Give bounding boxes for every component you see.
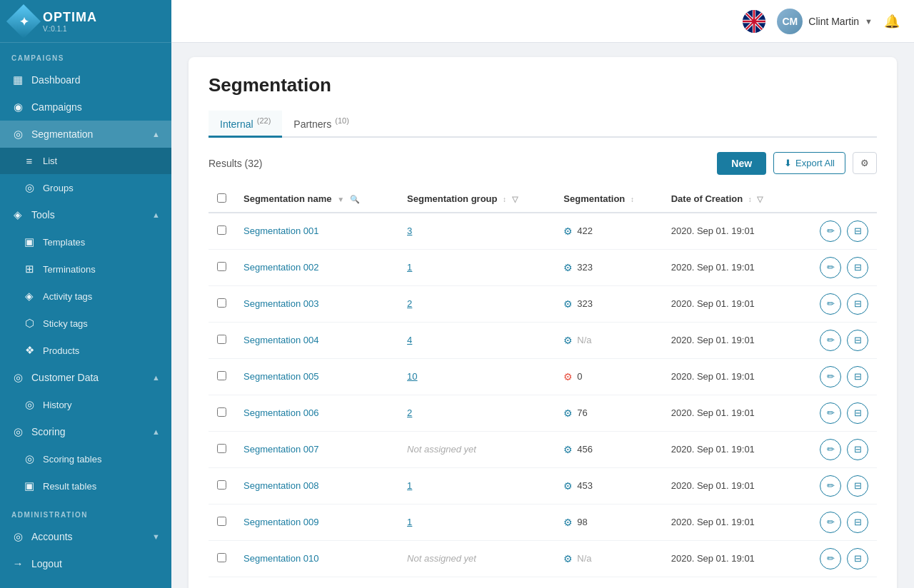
sidebar-label-segmentation: Segmentation — [31, 128, 93, 140]
sidebar-item-logout[interactable]: → Logout — [0, 550, 171, 577]
group-number-3[interactable]: 2 — [407, 298, 412, 309]
group-number-6[interactable]: 2 — [407, 407, 412, 418]
group-number-1[interactable]: 3 — [407, 225, 412, 236]
value-6: 76 — [577, 407, 587, 418]
notification-bell-icon[interactable]: 🔔 — [884, 14, 900, 29]
row-checkbox-9[interactable] — [217, 517, 226, 526]
row-actions-8: ✏ ⊟ — [796, 467, 877, 504]
group-number-9[interactable]: 1 — [407, 517, 412, 527]
export-button[interactable]: ⬇ Export All — [773, 152, 845, 174]
delete-button-3[interactable]: ⊟ — [847, 293, 868, 315]
seg-value-8: ⚙ 453 — [563, 480, 653, 492]
delete-button-5[interactable]: ⊟ — [847, 366, 868, 387]
segmentation-link-1[interactable]: Segmentation 001 — [243, 225, 319, 236]
delete-button-4[interactable]: ⊟ — [847, 330, 868, 351]
delete-button-7[interactable]: ⊟ — [847, 439, 868, 460]
sidebar-item-accounts[interactable]: ◎ Accounts ▼ — [0, 523, 171, 550]
result-tables-icon: ▣ — [23, 480, 36, 492]
sidebar-label-sticky-tags: Sticky tags — [43, 318, 88, 329]
row-checkbox-5[interactable] — [217, 371, 226, 380]
page-title: Segmentation — [209, 74, 877, 96]
edit-button-5[interactable]: ✏ — [820, 366, 841, 387]
row-date-6: 2020. Sep 01. 19:01 — [663, 395, 796, 431]
delete-button-2[interactable]: ⊟ — [847, 257, 868, 278]
edit-button-10[interactable]: ✏ — [820, 548, 841, 569]
sidebar-item-products[interactable]: ❖ Products — [0, 337, 171, 364]
segmentation-link-3[interactable]: Segmentation 003 — [243, 298, 319, 309]
row-checkbox-4[interactable] — [217, 335, 226, 344]
filter-group-icon[interactable]: ▽ — [512, 195, 518, 203]
group-number-2[interactable]: 1 — [407, 262, 412, 273]
edit-button-3[interactable]: ✏ — [820, 293, 841, 315]
new-button[interactable]: New — [717, 152, 766, 175]
segmentation-link-6[interactable]: Segmentation 006 — [243, 407, 319, 418]
sidebar-item-scoring-tables[interactable]: ◎ Scoring tables — [0, 445, 171, 472]
row-actions-1: ✏ ⊟ — [796, 213, 877, 250]
segmentation-link-4[interactable]: Segmentation 004 — [243, 335, 319, 345]
sort-group-icon[interactable]: ↕ — [503, 196, 506, 203]
filter-date-icon[interactable]: ▽ — [757, 195, 763, 203]
edit-button-6[interactable]: ✏ — [820, 402, 841, 424]
filter-name-icon[interactable]: 🔍 — [350, 195, 360, 203]
sidebar-item-sticky-tags[interactable]: ⬡ Sticky tags — [0, 310, 171, 337]
row-seg-6: ⚙ 76 — [555, 395, 662, 431]
sidebar-item-list[interactable]: ≡ List — [0, 148, 171, 174]
segmentation-link-7[interactable]: Segmentation 007 — [243, 444, 319, 455]
language-selector[interactable] — [743, 10, 765, 33]
row-checkbox-8[interactable] — [217, 480, 226, 490]
not-assigned-7: Not assigned yet — [407, 444, 476, 455]
edit-button-7[interactable]: ✏ — [820, 439, 841, 460]
edit-button-8[interactable]: ✏ — [820, 475, 841, 497]
sort-date-icon[interactable]: ↕ — [748, 196, 752, 203]
group-number-4[interactable]: 4 — [407, 335, 412, 345]
seg-value-7: ⚙ 456 — [563, 444, 653, 455]
select-all-checkbox[interactable] — [217, 193, 226, 203]
tab-partners[interactable]: Partners (10) — [282, 111, 361, 138]
sidebar-item-groups[interactable]: ◎ Groups — [0, 174, 171, 201]
row-checkbox-1[interactable] — [217, 225, 226, 235]
edit-button-9[interactable]: ✏ — [820, 512, 841, 533]
delete-button-6[interactable]: ⊟ — [847, 402, 868, 424]
edit-button-1[interactable]: ✏ — [820, 220, 841, 242]
row-checkbox-6[interactable] — [217, 407, 226, 417]
segmentation-icon: ◎ — [11, 128, 24, 141]
sidebar-item-scoring[interactable]: ◎ Scoring ▲ — [0, 418, 171, 445]
sidebar-item-templates[interactable]: ▣ Templates — [0, 228, 171, 255]
edit-button-2[interactable]: ✏ — [820, 257, 841, 278]
delete-button-8[interactable]: ⊟ — [847, 475, 868, 497]
sort-seg-icon[interactable]: ↕ — [631, 196, 634, 203]
table-header-row: Segmentation name ▼ 🔍 Segmentation group… — [209, 186, 877, 213]
row-checkbox-2[interactable] — [217, 262, 226, 271]
segmentation-link-5[interactable]: Segmentation 005 — [243, 371, 319, 382]
edit-button-4[interactable]: ✏ — [820, 330, 841, 351]
row-seg-7: ⚙ 456 — [555, 431, 662, 467]
segmentation-link-10[interactable]: Segmentation 010 — [243, 553, 319, 564]
segmentation-link-2[interactable]: Segmentation 002 — [243, 262, 319, 273]
sort-name-icon[interactable]: ▼ — [337, 196, 344, 203]
sidebar-item-terminations[interactable]: ⊞ Terminations — [0, 255, 171, 283]
sidebar-item-campaigns[interactable]: ◉ Campaigns — [0, 93, 171, 121]
campaigns-section-label: CAMPAIGNS — [0, 43, 171, 66]
group-number-8[interactable]: 1 — [407, 480, 412, 491]
row-checkbox-10[interactable] — [217, 553, 226, 562]
sidebar-item-result-tables[interactable]: ▣ Result tables — [0, 472, 171, 500]
sidebar-item-dashboard[interactable]: ▦ Dashboard — [0, 66, 171, 93]
user-menu[interactable]: CM Clint Martin ▼ — [777, 9, 873, 34]
delete-button-10[interactable]: ⊟ — [847, 548, 868, 569]
tab-internal[interactable]: Internal (22) — [209, 111, 282, 138]
row-checkbox-3[interactable] — [217, 298, 226, 308]
sidebar-item-tools[interactable]: ◈ Tools ▲ — [0, 201, 171, 228]
row-name-8: Segmentation 008 — [235, 467, 398, 504]
row-checkbox-7[interactable] — [217, 444, 226, 453]
settings-button[interactable]: ⚙ — [853, 152, 877, 174]
segmentation-link-8[interactable]: Segmentation 008 — [243, 480, 319, 491]
delete-button-9[interactable]: ⊟ — [847, 512, 868, 533]
sidebar-item-customer-data[interactable]: ◎ Customer Data ▲ — [0, 364, 171, 391]
sidebar-item-history[interactable]: ◎ History — [0, 391, 171, 418]
segmentation-link-9[interactable]: Segmentation 009 — [243, 517, 319, 527]
sidebar-item-activity-tags[interactable]: ◈ Activity tags — [0, 283, 171, 310]
sidebar-item-segmentation[interactable]: ◎ Segmentation ▲ — [0, 121, 171, 148]
value-5: 0 — [577, 371, 582, 382]
delete-button-1[interactable]: ⊟ — [847, 220, 868, 242]
group-number-5[interactable]: 10 — [407, 371, 417, 382]
